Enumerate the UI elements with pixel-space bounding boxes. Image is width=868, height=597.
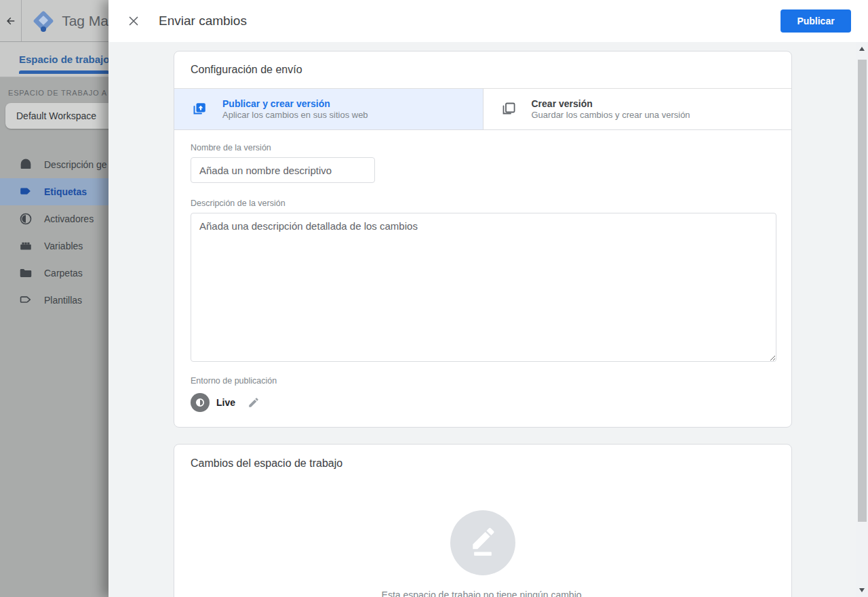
template-icon <box>18 293 33 308</box>
empty-state-circle <box>450 510 515 575</box>
version-name-input[interactable] <box>191 157 375 183</box>
empty-state: Esta espacio de trabajo no tiene ningún … <box>174 482 791 597</box>
option-publish-and-create-version[interactable]: Publicar y crear versión Aplicar los cam… <box>174 89 483 129</box>
sidebar-item-plantillas[interactable]: Plantillas <box>0 287 108 314</box>
dialog-body: Configuración de envío Publicar y crear … <box>108 42 856 597</box>
sidebar-item-activadores[interactable]: Activadores <box>0 205 108 232</box>
empty-state-message: Esta espacio de trabajo no tiene ningún … <box>382 590 585 597</box>
sidebar-item-descripcion-general[interactable]: Descripción ge <box>0 151 108 178</box>
option-create-version[interactable]: Crear versión Guardar los cambios y crea… <box>483 89 792 129</box>
submission-form: Nombre de la versión Descripción de la v… <box>174 130 791 427</box>
dialog-title: Enviar cambios <box>159 14 247 28</box>
back-button[interactable] <box>0 0 22 41</box>
workspace-changes-title: Cambios del espacio de trabajo <box>174 445 791 482</box>
environment-label: Entorno de publicación <box>191 376 775 386</box>
version-name-label: Nombre de la versión <box>191 143 775 152</box>
live-environment-icon <box>191 393 210 412</box>
version-description-label: Descripción de la versión <box>191 199 775 208</box>
close-button[interactable] <box>125 13 142 29</box>
app-topbar: Tag Ma <box>0 0 108 42</box>
back-arrow-icon <box>5 15 17 27</box>
submission-config-title: Configuración de envío <box>174 52 791 89</box>
gtm-logo-icon <box>32 9 55 33</box>
tab-espacio-de-trabajo[interactable]: Espacio de trabajo <box>19 42 108 74</box>
submit-changes-dialog: Enviar cambios Publicar Configuración de… <box>108 0 868 597</box>
workspace-section-label: ESPACIO DE TRABAJO A <box>8 89 108 97</box>
active-tab-indicator <box>19 70 108 74</box>
environment-value: Live <box>216 397 235 408</box>
submission-options: Publicar y crear versión Aplicar los cam… <box>174 89 791 130</box>
dialog-scrollbar[interactable] <box>856 42 868 597</box>
scrollbar-thumb[interactable] <box>858 60 867 522</box>
trigger-icon <box>18 211 33 226</box>
brand: Tag Ma <box>22 0 108 41</box>
scroll-down-arrow-icon[interactable] <box>859 588 865 592</box>
variables-icon <box>18 239 33 253</box>
sidebar-item-variables[interactable]: Variables <box>0 232 108 260</box>
scroll-up-arrow-icon[interactable] <box>859 47 865 51</box>
brand-title: Tag Ma <box>62 13 108 29</box>
sidebar-nav: Descripción ge Etiquetas Activadores Var… <box>0 151 108 314</box>
publish-button[interactable]: Publicar <box>781 9 851 33</box>
edit-environment-icon[interactable] <box>248 396 260 409</box>
sidebar-item-carpetas[interactable]: Carpetas <box>0 260 108 287</box>
environment-row: Live <box>191 393 775 412</box>
publish-version-icon <box>191 101 208 117</box>
submission-config-card: Configuración de envío Publicar y crear … <box>174 51 792 428</box>
close-icon <box>126 14 141 28</box>
dialog-header: Enviar cambios Publicar <box>108 0 868 42</box>
gtm-window: Tag Ma Espacio de trabajo ESPACIO DE TRA… <box>0 0 868 597</box>
create-version-icon <box>500 101 517 117</box>
sidebar-item-etiquetas[interactable]: Etiquetas <box>0 178 108 205</box>
workspace-selector[interactable]: Default Workspace <box>5 103 108 129</box>
workspace-changes-card: Cambios del espacio de trabajo Esta espa… <box>174 444 792 597</box>
workspace-tabstrip: Espacio de trabajo <box>0 42 108 77</box>
edit-pencil-icon <box>468 528 498 558</box>
background-workspace: Tag Ma Espacio de trabajo ESPACIO DE TRA… <box>0 0 108 597</box>
workspace-selector-value: Default Workspace <box>5 110 96 121</box>
version-description-textarea[interactable] <box>191 213 776 362</box>
tag-icon <box>18 184 33 199</box>
overview-icon <box>18 157 33 172</box>
folder-icon <box>18 266 33 281</box>
sidebar: ESPACIO DE TRABAJO A Default Workspace D… <box>0 77 108 597</box>
